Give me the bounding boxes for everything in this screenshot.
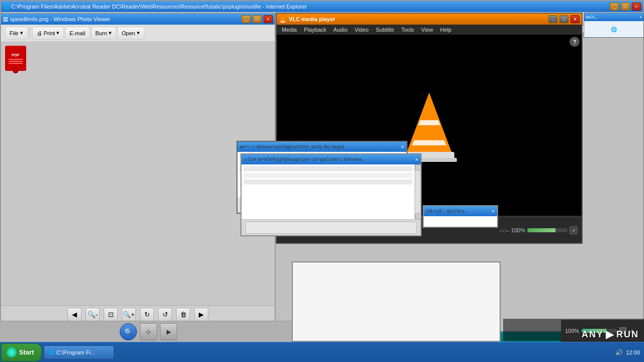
pv-file-btn[interactable]: File ▾ xyxy=(5,27,28,40)
taskbar-item-ie[interactable]: 🌐 C:\Program Fi... xyxy=(44,345,114,359)
acrobat-icon: PDF xyxy=(5,46,26,71)
anyrun-run-text: RUN xyxy=(616,329,639,340)
vlc-maximize-btn[interactable]: □ xyxy=(559,15,569,23)
ie-maximize-btn[interactable]: □ xyxy=(621,3,630,11)
popup2-body xyxy=(242,164,421,219)
photo-viewer-window: 🖼 speedlimits.png - Windows Photo Viewer… xyxy=(0,13,276,324)
vlc-minimize-btn[interactable]: _ xyxy=(548,15,557,23)
vlc-menu-view[interactable]: View xyxy=(418,26,436,34)
pv-zoom-out-btn[interactable]: 🔍- xyxy=(86,308,100,322)
pv-close-btn[interactable]: × xyxy=(264,15,273,23)
media-icon-btn[interactable]: ▶ xyxy=(160,323,177,340)
popup2-scroll-down[interactable] xyxy=(415,213,421,219)
ie-small-window: es/A... × 🌐 xyxy=(584,13,644,38)
popup2-scroll-up[interactable] xyxy=(415,164,421,170)
pv-open-btn[interactable]: Open ▾ xyxy=(117,27,144,40)
select-icon-btn[interactable]: ⊹ xyxy=(140,323,157,340)
zoom-icon-btn[interactable]: 🔍 xyxy=(120,323,137,340)
vlc-expand-btn[interactable]: ⤢ xyxy=(570,226,578,234)
popup2-scroll-track xyxy=(415,170,421,213)
start-label: Start xyxy=(19,348,34,356)
anyrun-text: ANY xyxy=(582,329,604,340)
taskbar-right: 🔊 12:00 xyxy=(611,349,644,356)
pv-titlebar: 🖼 speedlimits.png - Windows Photo Viewer… xyxy=(1,14,275,25)
vlc-titlebar: VLC media player _ □ × xyxy=(277,14,582,25)
popup1-titlebar: æ•°• ·□□âöwvae¾è¦|Ÿ§g]Au©®T4'_WOlj-¹ãn¦ … xyxy=(237,142,407,152)
popup3-close-btn[interactable]: × xyxy=(492,209,495,214)
ie-close-btn[interactable]: × xyxy=(632,3,641,11)
popup2-scrollbar[interactable] xyxy=(415,164,421,219)
ie-small-content: 🌐 xyxy=(611,27,617,32)
pv-rotate-cw-btn[interactable]: ↻ xyxy=(140,308,154,322)
vlc-title: VLC media player xyxy=(289,16,546,22)
popup2-close-btn[interactable]: × xyxy=(415,157,418,162)
start-button[interactable]: Start xyxy=(1,343,42,361)
vlc-volume-pct: 100% xyxy=(511,227,525,233)
popup1-close-btn[interactable]: × xyxy=(401,144,404,150)
ie-small-body: 🌐 xyxy=(584,21,643,37)
taskbar-tasks: 🌐 C:\Program Fi... xyxy=(42,345,612,359)
pv-zoom-in-btn[interactable]: 🔍+ xyxy=(122,308,136,322)
pv-title: speedlimits.png - Windows Photo Viewer xyxy=(10,16,239,22)
pv-fit-btn[interactable]: ⊡ xyxy=(104,308,118,322)
ie-small-titlebar: es/A... × xyxy=(584,13,643,21)
pv-rotate-ccw-btn[interactable]: ↺ xyxy=(158,308,172,322)
popup2-title: c-ÔJÄ W*9ÔPÑ¦|gF[Ðbxyg²cQö<-33+\g9ÔJH0¹□… xyxy=(244,157,366,162)
vlc-menu-media[interactable]: Media xyxy=(279,26,300,34)
pv-print-btn[interactable]: 🖨 Print ▾ xyxy=(32,27,64,40)
vlc-help-btn[interactable]: ? xyxy=(570,37,580,47)
svg-marker-3 xyxy=(418,120,440,125)
pv-toolbar: File ▾ 🖨 Print ▾ E-mail Burn ▾ Open ▾ xyxy=(1,25,275,42)
popup3-body xyxy=(424,216,497,227)
popup2-line1 xyxy=(244,166,413,171)
pv-content: PDF xyxy=(1,42,275,305)
pv-email-btn[interactable]: E-mail xyxy=(65,27,90,40)
ie-taskbar-label: C:\Program Fi... xyxy=(56,349,96,355)
bottom-icon-bar: 🔍 ⊹ ▶ xyxy=(0,321,297,342)
vlc-volume-pct-bottom: 100% xyxy=(565,328,579,334)
popup2-line3 xyxy=(244,179,413,185)
popup2-input[interactable] xyxy=(246,222,417,234)
pv-burn-btn[interactable]: Burn ▾ xyxy=(91,27,116,40)
vlc-cone-graphic xyxy=(399,87,459,163)
pv-prev-btn[interactable]: ◀ xyxy=(67,308,82,322)
popup2-titlebar: c-ÔJÄ W*9ÔPÑ¦|gF[Ðbxyg²cQö<-33+\g9ÔJH0¹□… xyxy=(242,154,421,164)
ie-minimize-btn[interactable]: _ xyxy=(610,3,619,11)
popup3-title: Öå+z¡ã°-, $ÿÙ¦'ôr'ρ... xyxy=(426,209,468,214)
ie-small-title: es/A... xyxy=(586,15,599,20)
bottom-popup xyxy=(292,261,501,342)
popup-dialog-2: c-ÔJÄ W*9ÔPÑ¦|gF[Ðbxyg²cQö<-33+\g9ÔJH0¹□… xyxy=(240,153,422,236)
popup-dialog-3: Öå+z¡ã°-, $ÿÙ¦'ôr'ρ... × xyxy=(423,205,498,228)
pv-delete-btn[interactable]: 🗑 xyxy=(176,308,190,322)
vlc-logo-icon xyxy=(279,15,287,23)
pv-next-btn[interactable]: ▶ xyxy=(194,308,208,322)
vlc-menu-audio[interactable]: Audio xyxy=(331,26,351,34)
vlc-time-label: -:-:-- xyxy=(500,228,509,233)
vlc-menubar: Media Playback Audio Video Subtitle Tool… xyxy=(277,25,582,35)
popup2-footer xyxy=(242,219,421,235)
vlc-menu-help[interactable]: Help xyxy=(437,26,455,34)
vlc-menu-playback[interactable]: Playback xyxy=(301,26,330,34)
ie-small-close[interactable]: × xyxy=(639,15,642,20)
vlc-close-btn[interactable]: × xyxy=(571,15,580,23)
vlc-volume-area: -:-:-- 100% ⤢ xyxy=(500,226,578,234)
svg-marker-4 xyxy=(412,140,446,145)
vlc-menu-subtitle[interactable]: Subtitle xyxy=(373,26,397,34)
anyrun-logo: ANY ▶ RUN xyxy=(582,328,639,341)
pv-maximize-btn[interactable]: □ xyxy=(253,15,262,23)
taskbar-speaker-icon[interactable]: 🔊 xyxy=(615,349,623,356)
ie-title: C:\Program Files\Adobe\Acrobat Reader DC… xyxy=(11,4,608,10)
vlc-volume-slider[interactable] xyxy=(527,228,568,232)
start-icon xyxy=(7,347,17,357)
ie-taskbar-icon: 🌐 xyxy=(48,349,54,355)
vlc-menu-tools[interactable]: Tools xyxy=(398,26,417,34)
popup2-line2 xyxy=(244,173,413,178)
vlc-menu-video[interactable]: Video xyxy=(352,26,372,34)
ie-titlebar: 🌐 C:\Program Files\Adobe\Acrobat Reader … xyxy=(1,1,643,12)
popup3-titlebar: Öå+z¡ã°-, $ÿÙ¦'ôr'ρ... × xyxy=(424,206,497,216)
taskbar: Start 🌐 C:\Program Fi... 🔊 12:00 xyxy=(0,342,644,362)
taskbar-clock: 12:00 xyxy=(626,349,640,355)
pv-minimize-btn[interactable]: _ xyxy=(242,15,251,23)
svg-rect-1 xyxy=(281,21,285,23)
anyrun-arrow-icon: ▶ xyxy=(606,328,614,341)
